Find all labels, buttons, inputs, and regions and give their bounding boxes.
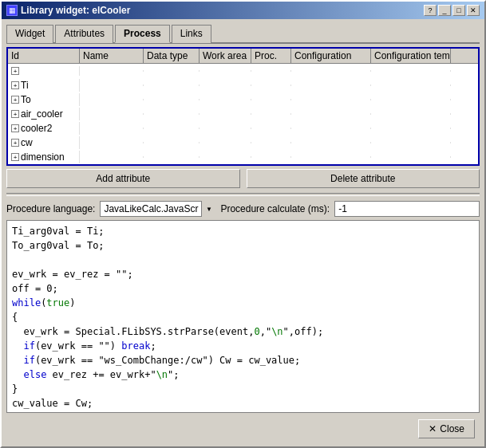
cell-wa-dim [200, 156, 251, 158]
code-line-2: To_arg0val = To; [12, 238, 474, 253]
table-row[interactable]: + dimension [8, 150, 478, 164]
separator [6, 193, 480, 196]
cell-name-0 [80, 70, 144, 72]
procedure-language-select[interactable]: JavaLikeCalc.JavaScr [100, 201, 215, 217]
bottom-bar: ✕ Close [6, 416, 480, 442]
code-line-6: while(true) [12, 296, 474, 310]
expand-icon-to[interactable]: + [11, 96, 19, 104]
table-row[interactable]: + Ti [8, 78, 478, 92]
action-buttons: Add attribute Delete attribute [6, 169, 480, 188]
cell-name-dim [80, 156, 144, 158]
cell-proc-to [251, 99, 291, 100]
add-attribute-button[interactable]: Add attribute [6, 169, 240, 188]
cell-proc-cooler2 [251, 128, 291, 129]
expand-icon-dim[interactable]: + [11, 153, 19, 161]
expand-icon-air[interactable]: + [11, 110, 19, 118]
procedure-language-select-wrapper: JavaLikeCalc.JavaScr ▼ [100, 201, 215, 217]
attribute-table: Id Name Data type Work area Proc. Config… [6, 47, 480, 166]
cell-proc-air [251, 113, 291, 115]
window-icon: ▦ [6, 5, 18, 16]
cell-cfg-cooler2 [291, 128, 371, 129]
cell-proc-dim [251, 156, 291, 158]
procedure-row: Procedure language: JavaLikeCalc.JavaScr… [6, 201, 480, 217]
code-editor[interactable]: Ti_arg0val = Ti; To_arg0val = To; ev_wrk… [6, 220, 480, 413]
col-name: Name [80, 49, 144, 63]
cell-dt-dim [144, 156, 200, 158]
expand-icon-0[interactable]: + [11, 67, 19, 75]
id-value-dim: dimension [21, 151, 65, 163]
cell-id-air: + air_cooler [8, 108, 80, 120]
id-value-ti: Ti [21, 80, 29, 91]
code-line-9: if(ev_wrk == "") break; [12, 339, 474, 353]
code-line-10: if(ev_wrk == "ws_CombChange:/cw") Cw = c… [12, 353, 474, 367]
code-line-5: off = 0; [12, 281, 474, 296]
table-row[interactable]: + [8, 64, 478, 78]
cell-name-cooler2 [80, 128, 144, 129]
procedure-language-label: Procedure language: [6, 203, 95, 214]
tab-bar: Widget Attributes Process Links [6, 24, 480, 44]
id-value-cw: cw [21, 137, 33, 148]
cell-wa-cooler2 [200, 128, 251, 129]
cell-dt-0 [144, 70, 200, 72]
close-icon: ✕ [429, 423, 437, 434]
cell-cfg-to [291, 99, 371, 100]
tab-widget[interactable]: Widget [6, 25, 53, 43]
minimize-button[interactable]: _ [438, 5, 451, 16]
cell-proc-0 [251, 70, 291, 72]
expand-icon-ti[interactable]: + [11, 81, 19, 89]
col-config: Configuration [291, 49, 371, 63]
close-title-button[interactable]: ✕ [467, 5, 480, 16]
calc-value-input[interactable] [334, 201, 480, 217]
table-row[interactable]: + To [8, 92, 478, 107]
maximize-button[interactable]: □ [452, 5, 465, 16]
table-row[interactable]: + cw [8, 136, 478, 150]
cell-wa-ti [200, 84, 251, 86]
title-buttons: ? _ □ ✕ [424, 5, 480, 16]
code-line-12: } [12, 382, 474, 396]
col-configtem: Configuration tem [371, 49, 451, 63]
close-button[interactable]: ✕ Close [418, 419, 475, 438]
delete-attribute-button[interactable]: Delete attribute [247, 169, 480, 188]
code-line-8: ev_wrk = Special.FLibSYS.strParse(event,… [12, 324, 474, 339]
id-value-cooler2: cooler2 [21, 123, 52, 134]
cell-proc-ti [251, 84, 291, 86]
code-line-11: else ev_rez += ev_wrk+"\n"; [12, 367, 474, 382]
cell-id-dim: + dimension [8, 151, 80, 163]
cell-proc-cw [251, 142, 291, 143]
col-proc: Proc. [251, 49, 291, 63]
cell-dt-cw [144, 142, 200, 143]
col-id: Id [8, 49, 80, 63]
cell-cfgt-cw [371, 142, 451, 143]
id-value-to: To [21, 94, 31, 105]
cell-name-air [80, 113, 144, 115]
cell-cfgt-air [371, 113, 451, 115]
table-row[interactable]: + cooler2 [8, 121, 478, 136]
cell-id-cw: + cw [8, 136, 80, 149]
cell-name-cw [80, 142, 144, 143]
code-line-3 [12, 253, 474, 267]
cell-wa-to [200, 99, 251, 100]
cell-name-ti [80, 84, 144, 86]
code-line-1: Ti_arg0val = Ti; [12, 224, 474, 238]
cell-cfgt-to [371, 99, 451, 100]
help-button[interactable]: ? [424, 5, 437, 16]
cell-id-to: + To [8, 93, 80, 106]
col-datatype: Data type [144, 49, 200, 63]
tab-links[interactable]: Links [172, 25, 211, 43]
cell-wa-air [200, 113, 251, 115]
cell-dt-cooler2 [144, 128, 200, 129]
code-line-14: cooler2_speed = Cw/5; [12, 411, 474, 413]
code-line-13: cw_value = Cw; [12, 396, 474, 411]
table-header: Id Name Data type Work area Proc. Config… [8, 49, 478, 64]
cell-name-to [80, 99, 144, 100]
expand-icon-cooler2[interactable]: + [11, 124, 19, 132]
tab-process[interactable]: Process [115, 25, 170, 43]
cell-cfgt-dim [371, 156, 451, 158]
cell-id-ti: + Ti [8, 79, 80, 92]
expand-icon-cw[interactable]: + [11, 139, 19, 147]
table-row[interactable]: + air_cooler [8, 107, 478, 121]
cell-dt-ti [144, 84, 200, 86]
cell-cfg-air [291, 113, 371, 115]
tab-attributes[interactable]: Attributes [55, 25, 113, 43]
cell-id-cooler2: + cooler2 [8, 122, 80, 135]
